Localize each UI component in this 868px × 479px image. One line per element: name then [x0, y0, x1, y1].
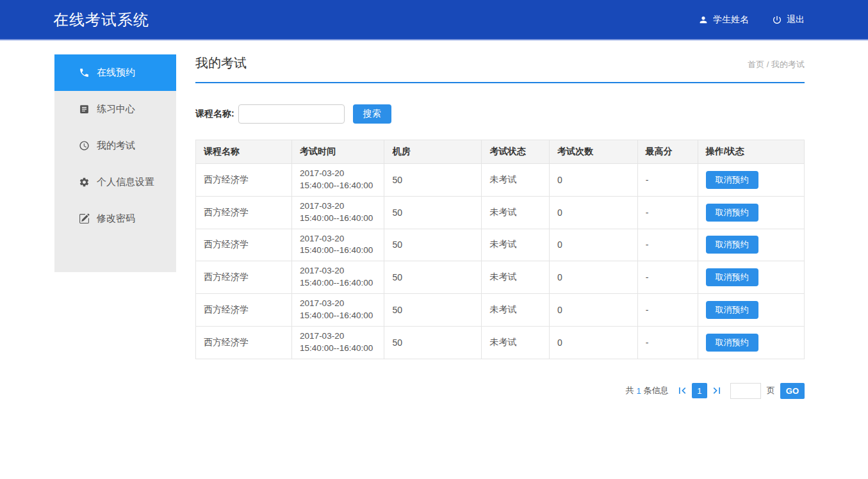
breadcrumb-current: 我的考试 [771, 60, 805, 69]
title-divider [195, 82, 805, 83]
pagination: 共 1 条信息 1 页 GO [195, 383, 805, 399]
cell-time: 2017-03-20 15:40:00--16:40:00 [292, 261, 384, 294]
sidebar: 在线预约 练习中心 我的考试 个人信息设置 修改密码 [54, 54, 176, 272]
book-icon [79, 104, 90, 115]
cell-room: 50 [384, 261, 482, 294]
pagination-total-count: 1 [637, 386, 641, 396]
table-row: 西方经济学 2017-03-20 15:40:00--16:40:00 50 未… [196, 326, 805, 359]
power-icon [772, 15, 782, 25]
cancel-reservation-button[interactable]: 取消预约 [706, 334, 758, 352]
column-header-status: 考试状态 [482, 140, 549, 164]
cell-action: 取消预约 [698, 196, 804, 229]
cell-best-score: - [637, 261, 698, 294]
column-header-attempts: 考试次数 [549, 140, 637, 164]
cell-room: 50 [384, 229, 482, 261]
go-button[interactable]: GO [780, 383, 805, 399]
first-page-button[interactable] [675, 384, 689, 398]
table-row: 西方经济学 2017-03-20 15:40:00--16:40:00 50 未… [196, 261, 805, 294]
search-button[interactable]: 搜索 [353, 104, 391, 124]
column-header-course: 课程名称 [196, 140, 292, 164]
cell-best-score: - [637, 196, 698, 229]
table-row: 西方经济学 2017-03-20 15:40:00--16:40:00 50 未… [196, 229, 805, 261]
exam-table-body: 西方经济学 2017-03-20 15:40:00--16:40:00 50 未… [196, 164, 805, 359]
exam-table: 课程名称 考试时间 机房 考试状态 考试次数 最高分 操作/状态 西方经济学 2… [195, 140, 805, 359]
cell-attempts: 0 [549, 294, 637, 327]
table-row: 西方经济学 2017-03-20 15:40:00--16:40:00 50 未… [196, 164, 805, 197]
course-name-input[interactable] [238, 104, 345, 124]
cell-course: 西方经济学 [196, 261, 292, 294]
breadcrumb: 首页 / 我的考试 [748, 59, 805, 70]
cell-room: 50 [384, 196, 482, 229]
cancel-reservation-button[interactable]: 取消预约 [706, 236, 758, 254]
cell-time: 2017-03-20 15:40:00--16:40:00 [292, 229, 384, 261]
cell-status: 未考试 [482, 294, 549, 327]
app-title: 在线考试系统 [53, 10, 149, 30]
cell-status: 未考试 [482, 229, 549, 261]
breadcrumb-home[interactable]: 首页 [748, 60, 764, 69]
sidebar-item-label: 个人信息设置 [97, 176, 154, 188]
sidebar-item-practice-center[interactable]: 练习中心 [54, 91, 176, 127]
edit-icon [79, 213, 90, 224]
cell-action: 取消预约 [698, 164, 804, 197]
cell-best-score: - [637, 294, 698, 327]
logout-button[interactable]: 退出 [772, 14, 805, 26]
sidebar-item-online-reservation[interactable]: 在线预约 [54, 54, 176, 91]
last-page-button[interactable] [710, 384, 724, 398]
page-title: 我的考试 [195, 54, 247, 72]
user-name: 学生姓名 [713, 14, 749, 26]
sidebar-item-profile-settings[interactable]: 个人信息设置 [54, 164, 176, 200]
cell-action: 取消预约 [698, 294, 804, 327]
pagination-total-prefix: 共 [626, 385, 634, 396]
cancel-reservation-button[interactable]: 取消预约 [706, 171, 758, 189]
current-page-button[interactable]: 1 [692, 383, 707, 398]
page-number-input[interactable] [730, 383, 761, 399]
column-header-action: 操作/状态 [698, 140, 804, 164]
column-header-room: 机房 [384, 140, 482, 164]
cell-time: 2017-03-20 15:40:00--16:40:00 [292, 164, 384, 197]
sidebar-item-label: 练习中心 [97, 103, 135, 115]
sidebar-item-label: 修改密码 [97, 213, 135, 225]
gear-icon [79, 177, 90, 188]
last-page-icon [710, 384, 723, 397]
cancel-reservation-button[interactable]: 取消预约 [706, 268, 758, 286]
cell-action: 取消预约 [698, 326, 804, 359]
logout-label: 退出 [787, 14, 805, 26]
sidebar-item-change-password[interactable]: 修改密码 [54, 200, 176, 237]
cell-best-score: - [637, 164, 698, 197]
cell-room: 50 [384, 326, 482, 359]
cell-best-score: - [637, 326, 698, 359]
user-icon [698, 15, 708, 25]
pagination-total-suffix: 条信息 [644, 385, 669, 396]
cell-course: 西方经济学 [196, 294, 292, 327]
column-header-time: 考试时间 [292, 140, 384, 164]
cell-course: 西方经济学 [196, 326, 292, 359]
sidebar-item-label: 我的考试 [97, 140, 135, 152]
cell-attempts: 0 [549, 164, 637, 197]
cancel-reservation-button[interactable]: 取消预约 [706, 301, 758, 319]
page-label: 页 [767, 385, 775, 396]
cell-attempts: 0 [549, 326, 637, 359]
cell-time: 2017-03-20 15:40:00--16:40:00 [292, 326, 384, 359]
column-header-best-score: 最高分 [637, 140, 698, 164]
table-row: 西方经济学 2017-03-20 15:40:00--16:40:00 50 未… [196, 196, 805, 229]
cancel-reservation-button[interactable]: 取消预约 [706, 204, 758, 222]
cell-attempts: 0 [549, 196, 637, 229]
user-menu[interactable]: 学生姓名 [698, 14, 749, 26]
cell-attempts: 0 [549, 229, 637, 261]
cell-course: 西方经济学 [196, 164, 292, 197]
cell-attempts: 0 [549, 261, 637, 294]
cell-course: 西方经济学 [196, 229, 292, 261]
table-row: 西方经济学 2017-03-20 15:40:00--16:40:00 50 未… [196, 294, 805, 327]
breadcrumb-separator: / [764, 60, 771, 69]
cell-room: 50 [384, 294, 482, 327]
cell-action: 取消预约 [698, 261, 804, 294]
sidebar-item-my-exams[interactable]: 我的考试 [54, 127, 176, 164]
app-header: 在线考试系统 学生姓名 退出 [0, 0, 868, 40]
main-content: 我的考试 首页 / 我的考试 课程名称: 搜索 课程名称 考试时间 机房 [195, 54, 805, 399]
clock-icon [79, 140, 90, 151]
cell-room: 50 [384, 164, 482, 197]
phone-icon [79, 67, 90, 78]
cell-status: 未考试 [482, 326, 549, 359]
sidebar-item-label: 在线预约 [97, 67, 135, 79]
cell-status: 未考试 [482, 261, 549, 294]
